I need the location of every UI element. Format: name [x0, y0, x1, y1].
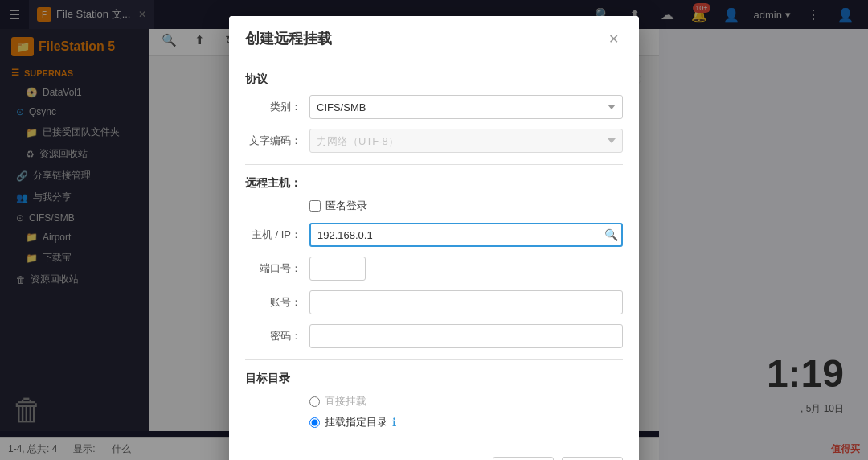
type-select[interactable]: CIFS/SMB — [309, 95, 623, 119]
type-row: 类别： CIFS/SMB — [245, 95, 623, 119]
password-label: 密码： — [245, 329, 301, 343]
dialog-title: 创建远程挂载 — [245, 29, 332, 48]
host-label: 主机 / IP： — [245, 228, 301, 242]
password-row: 密码： — [245, 324, 623, 348]
password-input[interactable] — [309, 324, 623, 348]
mount-type-radio-group: 直接挂载 挂载指定目录 ℹ — [245, 394, 623, 429]
host-input[interactable] — [309, 223, 623, 247]
dialog-close-button[interactable]: ✕ — [604, 29, 623, 48]
mount-dir-label: 挂载指定目录 — [325, 415, 387, 429]
host-row: 主机 / IP： 🔍 — [245, 223, 623, 247]
remote-host-section-title: 远程主机： — [245, 176, 623, 191]
target-dir-section-title: 目标目录 — [245, 372, 623, 386]
divider-2 — [245, 359, 623, 360]
encoding-row: 文字编码： 力网络（UTF-8） — [245, 129, 623, 153]
type-label: 类别： — [245, 100, 301, 114]
port-label: 端口号： — [245, 261, 301, 276]
dialog-body: 协议 类别： CIFS/SMB 文字编码： 力网络（UTF-8） 远程主机： 匿… — [229, 56, 639, 446]
mount-dir-radio[interactable] — [309, 417, 320, 428]
port-input[interactable] — [309, 257, 366, 281]
dialog-overlay: 创建远程挂载 ✕ 协议 类别： CIFS/SMB 文字编码： 力网络（UTF-8… — [0, 0, 868, 460]
direct-mount-row: 直接挂载 — [309, 394, 623, 409]
encoding-select[interactable]: 力网络（UTF-8） — [309, 129, 623, 153]
close-button[interactable]: 关闭 — [562, 457, 623, 460]
dialog-header: 创建远程挂载 ✕ — [229, 16, 639, 56]
info-icon[interactable]: ℹ — [392, 416, 396, 429]
direct-mount-label: 直接挂载 — [325, 394, 366, 409]
create-button[interactable]: 创建 — [493, 457, 554, 460]
divider-1 — [245, 164, 623, 165]
anonymous-row: 匿名登录 — [245, 199, 623, 213]
account-input[interactable] — [309, 290, 623, 314]
anonymous-checkbox[interactable] — [309, 200, 321, 212]
create-remote-mount-dialog: 创建远程挂载 ✕ 协议 类别： CIFS/SMB 文字编码： 力网络（UTF-8… — [229, 16, 639, 460]
account-label: 账号： — [245, 295, 301, 310]
protocol-section-title: 协议 — [245, 72, 623, 87]
host-input-container: 🔍 — [309, 223, 623, 247]
dialog-footer: 创建 关闭 — [229, 446, 639, 460]
encoding-label: 文字编码： — [245, 133, 301, 148]
mount-dir-row: 挂载指定目录 ℹ — [309, 415, 623, 429]
anonymous-label: 匿名登录 — [326, 199, 367, 213]
port-row: 端口号： — [245, 257, 623, 281]
direct-mount-radio[interactable] — [309, 396, 320, 407]
account-row: 账号： — [245, 290, 623, 314]
host-search-icon[interactable]: 🔍 — [604, 228, 618, 241]
